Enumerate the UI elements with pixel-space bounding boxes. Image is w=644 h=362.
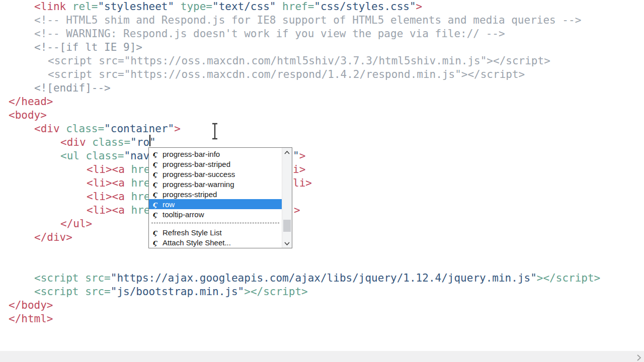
code-token: href= bbox=[276, 1, 314, 13]
scroll-up-button[interactable] bbox=[282, 148, 292, 157]
completion-item-label: progress-bar-info bbox=[163, 150, 220, 158]
completion-item-label: Refresh Style List bbox=[163, 228, 222, 237]
css-class-icon: ς bbox=[149, 237, 163, 247]
code-line: i> bbox=[293, 164, 305, 175]
scroll-right-button[interactable] bbox=[637, 353, 641, 362]
code-token: "js/bootstrap.min.js" bbox=[111, 286, 245, 298]
completion-item[interactable]: ςprogress-bar-striped bbox=[149, 159, 282, 169]
code-token: > bbox=[174, 123, 181, 135]
code-token: > bbox=[299, 150, 306, 162]
code-token: hre bbox=[125, 163, 150, 175]
code-token: <script src="https://oss.maxcdn.com/html… bbox=[48, 55, 550, 67]
code-token: <!--[if lt IE 9]> bbox=[34, 41, 142, 53]
completion-item[interactable]: ςprogress-bar-info bbox=[149, 149, 282, 159]
completion-command[interactable]: ςAttach Style Sheet... bbox=[149, 237, 282, 247]
code-token: "css/styles.css" bbox=[314, 1, 416, 13]
completion-item[interactable]: ςprogress-bar-success bbox=[149, 169, 282, 179]
code-token: hre bbox=[125, 177, 150, 189]
completion-item-label: progress-striped bbox=[163, 190, 217, 199]
code-token: class= bbox=[60, 123, 105, 135]
code-token: <!-- WARNING: Respond.js doesn't work if… bbox=[34, 28, 505, 40]
popup-scrollbar[interactable] bbox=[282, 148, 292, 248]
completion-item-label: progress-bar-warning bbox=[163, 180, 234, 189]
code-token: src= bbox=[79, 272, 111, 284]
scroll-down-button[interactable] bbox=[282, 239, 292, 248]
code-token: "container" bbox=[104, 123, 174, 135]
code-token: "text/css" bbox=[212, 1, 276, 13]
completion-command[interactable]: ςRefresh Style List bbox=[149, 227, 282, 237]
css-class-icon: ς bbox=[149, 227, 163, 237]
completion-item[interactable]: ςprogress-striped bbox=[149, 189, 282, 199]
horizontal-scrollbar[interactable] bbox=[0, 351, 644, 362]
code-token: </body> bbox=[9, 299, 53, 311]
code-line: "> bbox=[293, 150, 305, 162]
code-line: <link rel="stylesheet" type="text/css" h… bbox=[34, 1, 422, 13]
completion-list: ςprogress-bar-infoςprogress-bar-stripedς… bbox=[149, 148, 292, 219]
code-token: "nav bbox=[124, 150, 149, 162]
completion-item-label: Attach Style Sheet... bbox=[163, 238, 231, 247]
code-token: > bbox=[294, 204, 300, 216]
code-token: "https://ajax.googleapis.com/ajax/libs/j… bbox=[111, 272, 537, 284]
code-token: <li><a bbox=[87, 177, 125, 189]
completion-commands: ςRefresh Style ListςAttach Style Sheet..… bbox=[149, 227, 292, 247]
code-line: <script src="https://oss.maxcdn.com/html… bbox=[48, 55, 550, 67]
code-line: </html> bbox=[9, 313, 53, 325]
css-class-icon: ς bbox=[149, 189, 163, 199]
code-line: </body> bbox=[9, 300, 53, 311]
code-token: "stylesheet" bbox=[98, 1, 174, 13]
code-token: rel= bbox=[66, 1, 98, 13]
css-class-icon: ς bbox=[149, 159, 163, 169]
code-token: <body> bbox=[9, 109, 47, 121]
code-token: hre bbox=[125, 191, 150, 203]
code-line: <body> bbox=[9, 110, 47, 121]
code-token: i> bbox=[293, 163, 305, 175]
code-line: <!--[if lt IE 9]> bbox=[34, 42, 142, 53]
css-class-icon: ς bbox=[149, 179, 163, 189]
code-line: <![endif]--> bbox=[34, 82, 111, 94]
code-token: </ul> bbox=[60, 218, 92, 230]
code-token: <script bbox=[34, 272, 79, 284]
completion-item[interactable]: ςtooltip-arrow bbox=[149, 209, 282, 219]
code-line: </ul> bbox=[60, 218, 92, 230]
code-token: ></script> bbox=[244, 286, 307, 298]
css-class-icon: ς bbox=[149, 209, 163, 219]
code-token: <script bbox=[34, 286, 79, 298]
code-line: <li><a hre bbox=[87, 205, 150, 216]
code-token: ></script> bbox=[537, 272, 600, 284]
code-token: <script src="https://oss.maxcdn.com/resp… bbox=[48, 68, 525, 80]
completion-item[interactable]: ςrow bbox=[149, 199, 282, 209]
code-token: <li><a bbox=[87, 204, 125, 216]
completion-item-label: row bbox=[163, 200, 175, 209]
code-line: <script src="https://ajax.googleapis.com… bbox=[34, 273, 600, 284]
code-token: <ul bbox=[60, 150, 79, 162]
css-class-icon: ς bbox=[149, 169, 163, 179]
completion-item[interactable]: ςprogress-bar-warning bbox=[149, 179, 282, 189]
code-token: class= bbox=[86, 136, 131, 148]
code-token: src= bbox=[79, 286, 111, 298]
completion-item-label: progress-bar-success bbox=[163, 170, 235, 178]
code-token: <li><a bbox=[87, 191, 125, 203]
code-editor[interactable]: <link rel="stylesheet" type="text/css" h… bbox=[0, 0, 644, 362]
code-token: <!-- HTML5 shim and Respond.js for IE8 s… bbox=[34, 14, 581, 26]
code-line: > bbox=[294, 205, 300, 216]
code-line: <!-- HTML5 shim and Respond.js for IE8 s… bbox=[34, 15, 581, 26]
completion-separator bbox=[151, 223, 279, 223]
code-token: <li><a bbox=[87, 163, 125, 175]
scrollbar-thumb[interactable] bbox=[283, 220, 291, 232]
code-line: li> bbox=[293, 177, 312, 189]
mouse-cursor-ibeam-icon bbox=[211, 123, 219, 142]
css-class-icon: ς bbox=[149, 199, 163, 209]
completion-item-label: progress-bar-striped bbox=[163, 160, 230, 168]
code-token: > bbox=[416, 1, 423, 13]
code-line: <!-- WARNING: Respond.js doesn't work if… bbox=[34, 28, 505, 40]
completion-item-label: tooltip-arrow bbox=[163, 210, 204, 219]
code-line: <div class="container"> bbox=[34, 123, 181, 135]
code-token: li> bbox=[293, 177, 312, 189]
code-line: <ul class="nav bbox=[60, 150, 149, 162]
code-line: </head> bbox=[9, 96, 53, 108]
code-token: type= bbox=[174, 1, 212, 13]
editor-window: <link rel="stylesheet" type="text/css" h… bbox=[0, 0, 644, 362]
code-token: " bbox=[293, 150, 299, 162]
code-token: </html> bbox=[9, 313, 53, 325]
code-line: <li><a hre bbox=[87, 177, 150, 189]
